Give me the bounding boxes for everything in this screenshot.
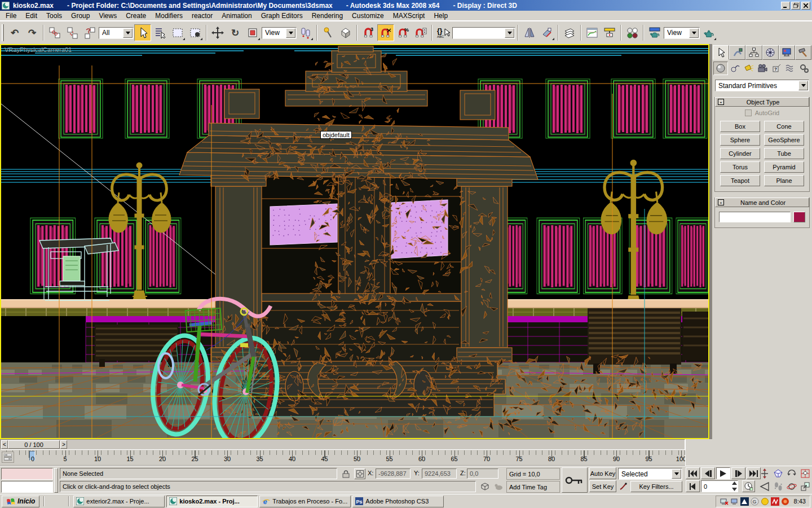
undo-button[interactable]: ↶ xyxy=(6,24,23,41)
maxscript-mini-listener-white[interactable] xyxy=(1,481,53,493)
minimize-button[interactable] xyxy=(781,2,790,10)
select-by-name-button[interactable] xyxy=(152,24,169,41)
keyboard-shortcut-override-button[interactable] xyxy=(337,24,354,41)
tab-create[interactable] xyxy=(713,45,729,60)
sphere-button[interactable]: Sphere xyxy=(720,134,760,146)
object-color-swatch[interactable] xyxy=(793,212,805,222)
menu-reactor[interactable]: reactor xyxy=(187,11,217,20)
key-mode-toggle-button[interactable] xyxy=(686,480,700,492)
dropdown-arrow-icon[interactable] xyxy=(689,28,699,38)
menu-tools[interactable]: Tools xyxy=(42,11,67,20)
field-of-view-button[interactable] xyxy=(758,480,771,493)
use-pivot-point-center-button[interactable] xyxy=(297,24,314,41)
go-to-start-button[interactable] xyxy=(686,467,700,479)
listener-splitter[interactable] xyxy=(54,468,58,493)
mirror-button[interactable] xyxy=(521,24,538,41)
progressive-display-toggle[interactable] xyxy=(493,481,504,492)
rectangular-selection-region-button[interactable] xyxy=(169,24,186,41)
play-button[interactable] xyxy=(716,467,730,479)
task-exterior2[interactable]: exterior2.max - Proje... xyxy=(73,496,165,507)
pyramid-button[interactable]: Pyramid xyxy=(764,161,804,173)
frame-spinner[interactable] xyxy=(731,481,738,492)
viewport-camera-label[interactable]: VRayPhysicalCamera01 xyxy=(5,46,72,53)
orbit-camera-button[interactable] xyxy=(785,480,798,493)
select-and-manipulate-button[interactable] xyxy=(320,24,337,41)
zoom-extents-all-button[interactable] xyxy=(798,467,811,480)
maxscript-mini-listener-pink[interactable] xyxy=(1,468,53,480)
close-button[interactable] xyxy=(801,2,810,10)
winamp-icon[interactable] xyxy=(771,497,779,506)
angle-snap-toggle-button[interactable] xyxy=(377,24,394,41)
category-lights[interactable] xyxy=(742,62,756,75)
name-color-rollout-header[interactable]: - Name and Color xyxy=(715,198,809,207)
menu-group[interactable]: Group xyxy=(67,11,94,20)
menu-help[interactable]: Help xyxy=(429,11,452,20)
select-object-button[interactable] xyxy=(134,24,151,41)
selection-filter-dropdown[interactable]: All xyxy=(99,27,134,39)
material-editor-button[interactable] xyxy=(624,24,641,41)
network-computer-icon[interactable] xyxy=(730,497,739,506)
z-coordinate-field[interactable]: 0,0 xyxy=(467,468,498,479)
window-crossing-toggle-button[interactable] xyxy=(187,24,204,41)
y-coordinate-field[interactable]: 9224,653 xyxy=(422,468,457,479)
track-bar[interactable]: 0510152025303540455055606570758085909510… xyxy=(0,450,685,466)
restore-button[interactable] xyxy=(791,2,800,10)
menu-rendering[interactable]: Rendering xyxy=(307,11,347,20)
x-coordinate-field[interactable]: -9628,887 xyxy=(376,468,411,479)
cylinder-button[interactable]: Cylinder xyxy=(720,148,760,159)
spinner-snap-toggle-button[interactable] xyxy=(412,24,429,41)
camera-viewport[interactable]: VRayPhysicalCamera01 objdefault xyxy=(0,44,709,439)
auto-key-button[interactable]: Auto Key xyxy=(589,467,616,479)
open-mini-curve-editor-button[interactable] xyxy=(2,452,14,463)
menu-file[interactable]: File xyxy=(1,11,21,20)
toolbar-grip[interactable] xyxy=(2,24,4,41)
tab-hierarchy[interactable] xyxy=(745,45,762,60)
reference-coordinate-system-dropdown[interactable]: View xyxy=(262,27,297,39)
task-kiosko2[interactable]: kiosko2.max - Proj... xyxy=(166,496,258,507)
select-and-link-button[interactable] xyxy=(46,24,63,41)
time-configuration-button[interactable] xyxy=(742,480,755,492)
perspective-button[interactable] xyxy=(771,467,784,480)
dropdown-arrow-icon[interactable] xyxy=(798,81,808,90)
dropdown-arrow-icon[interactable] xyxy=(286,28,295,38)
new-key-tangent-icon[interactable] xyxy=(618,481,628,492)
media-tray-icon[interactable]: G xyxy=(751,497,759,506)
dropdown-arrow-icon[interactable] xyxy=(123,28,133,38)
key-filters-button[interactable]: Key Filters... xyxy=(630,481,682,492)
snaps-toggle-3d-button[interactable]: 3 xyxy=(360,24,377,41)
truck-camera-button[interactable] xyxy=(771,480,784,493)
next-frame-button[interactable] xyxy=(731,467,745,479)
schematic-view-button[interactable] xyxy=(601,24,618,41)
curve-editor-button[interactable] xyxy=(584,24,601,41)
percent-snap-toggle-button[interactable]: % xyxy=(395,24,412,41)
previous-frame-button[interactable] xyxy=(701,467,715,479)
menu-edit[interactable]: Edit xyxy=(21,11,42,20)
category-space-warps[interactable] xyxy=(783,62,797,75)
menu-maxscript[interactable]: MAXScript xyxy=(389,11,430,20)
dropdown-arrow-icon[interactable] xyxy=(505,28,514,38)
autogrid-checkbox[interactable] xyxy=(745,110,752,116)
render-type-dropdown[interactable]: View xyxy=(664,27,700,39)
roll-camera-button[interactable] xyxy=(785,467,798,480)
menu-animation[interactable]: Animation xyxy=(217,11,256,20)
download-manager-icon[interactable] xyxy=(781,497,789,506)
select-and-move-button[interactable] xyxy=(209,24,226,41)
collapse-icon[interactable]: - xyxy=(718,99,724,105)
select-and-scale-button[interactable] xyxy=(244,24,261,41)
tab-utilities[interactable] xyxy=(795,45,811,60)
category-cameras[interactable] xyxy=(756,62,769,75)
tube-button[interactable]: Tube xyxy=(764,148,804,159)
category-systems[interactable] xyxy=(797,62,811,75)
key-filter-scope-dropdown[interactable]: Selected xyxy=(618,468,682,480)
category-shapes[interactable] xyxy=(728,62,742,75)
tab-modify[interactable] xyxy=(729,45,745,60)
teapot-button[interactable]: Teapot xyxy=(720,175,760,186)
kiosk[interactable] xyxy=(179,46,538,417)
set-keys-button[interactable] xyxy=(562,467,588,493)
plane-button[interactable]: Plane xyxy=(764,175,804,186)
tab-display[interactable] xyxy=(779,45,795,60)
edit-named-selection-sets-button[interactable]: {}ABC xyxy=(435,24,452,41)
menu-views[interactable]: Views xyxy=(94,11,121,20)
layer-manager-button[interactable] xyxy=(561,24,578,41)
named-selection-sets-dropdown[interactable] xyxy=(452,27,515,39)
